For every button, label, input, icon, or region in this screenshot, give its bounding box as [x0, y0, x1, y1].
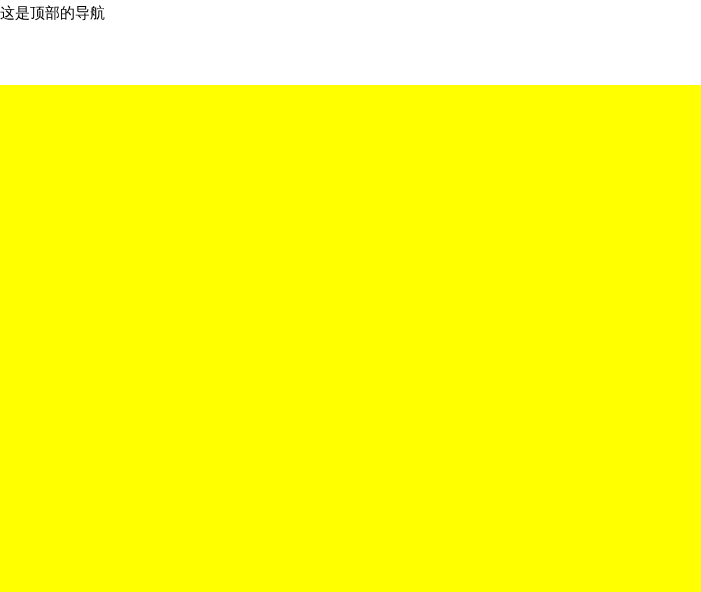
top-nav-label: 这是顶部的导航: [0, 0, 701, 23]
content-area: [0, 85, 701, 592]
